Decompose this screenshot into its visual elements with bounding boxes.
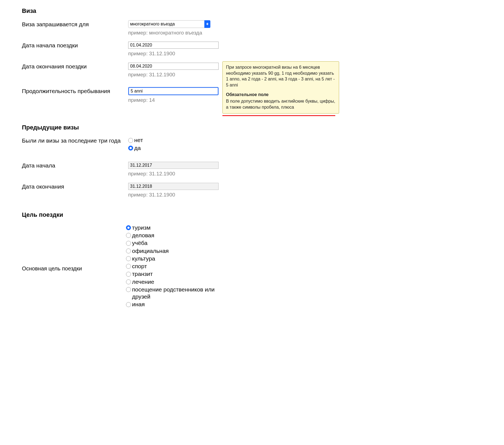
start-date-hint: пример: 31.12.1900 bbox=[128, 50, 219, 57]
purpose-culture-radio[interactable] bbox=[126, 256, 131, 261]
end-date-label: Дата окончания поездки bbox=[22, 62, 128, 70]
prev-end-input[interactable] bbox=[128, 183, 219, 190]
prev-visa-no-label: нет bbox=[134, 137, 143, 144]
prev-start-input[interactable] bbox=[128, 162, 219, 169]
section-prev-title: Предыдущие визы bbox=[22, 124, 340, 131]
prev-question-label: Были ли визы за последние три года bbox=[22, 137, 128, 144]
purpose-study-label: учёба bbox=[132, 239, 147, 247]
purpose-culture-label: культура bbox=[132, 255, 155, 262]
start-date-label: Дата начала поездки bbox=[22, 41, 128, 49]
section-purpose-title: Цель поездки bbox=[22, 211, 340, 219]
tip-required-title: Обязательное поле bbox=[226, 92, 336, 98]
end-date-input[interactable] bbox=[128, 63, 219, 70]
prev-visa-yes-radio[interactable] bbox=[128, 146, 133, 151]
tip-red-rule bbox=[222, 115, 335, 116]
purpose-study-radio[interactable] bbox=[126, 241, 131, 246]
visa-for-label: Виза запрашивается для bbox=[22, 20, 128, 28]
purpose-sport-label: спорт bbox=[132, 263, 147, 270]
purpose-relatives-radio[interactable] bbox=[126, 287, 131, 292]
end-date-hint: пример: 31.12.1900 bbox=[128, 71, 219, 78]
duration-hint: пример: 14 bbox=[128, 97, 219, 103]
tip-paragraph-1: При запросе многократной визы на 6 месяц… bbox=[226, 65, 335, 87]
purpose-business-radio[interactable] bbox=[126, 233, 131, 238]
start-date-input[interactable] bbox=[128, 42, 219, 49]
purpose-medical-label: лечение bbox=[132, 278, 154, 285]
purpose-tourism-radio[interactable] bbox=[126, 225, 131, 230]
purpose-transit-label: транзит bbox=[132, 270, 153, 278]
purpose-medical-radio[interactable] bbox=[126, 279, 131, 284]
purpose-business-label: деловая bbox=[132, 232, 154, 239]
purpose-official-label: официальная bbox=[132, 247, 169, 255]
section-visa-title: Виза bbox=[22, 7, 340, 15]
prev-end-hint: пример: 31.12.1900 bbox=[128, 192, 219, 198]
purpose-tourism-label: туризм bbox=[132, 224, 151, 231]
purpose-label-col: Основная цель поездки bbox=[22, 224, 126, 272]
purpose-official-radio[interactable] bbox=[126, 248, 131, 253]
purpose-other-label: иная bbox=[132, 301, 145, 308]
purpose-relatives-label: посещение родственников или друзей bbox=[132, 286, 225, 300]
purpose-label: Основная цель поездки bbox=[22, 265, 82, 271]
purpose-transit-radio[interactable] bbox=[126, 272, 131, 277]
duration-tip-card: При запросе многократной визы на 6 месяц… bbox=[222, 61, 339, 114]
prev-start-hint: пример: 31.12.1900 bbox=[128, 171, 219, 177]
tip-paragraph-2: В поле допустимо вводить английские букв… bbox=[226, 99, 335, 109]
visa-for-select[interactable]: многократного въезда bbox=[128, 20, 210, 28]
purpose-sport-radio[interactable] bbox=[126, 264, 131, 269]
duration-label: Продолжительность пребывания bbox=[22, 87, 128, 95]
duration-input[interactable] bbox=[128, 87, 219, 95]
purpose-other-radio[interactable] bbox=[126, 302, 131, 307]
prev-visa-yes-label: да bbox=[134, 145, 141, 152]
prev-start-label: Дата начала bbox=[22, 161, 128, 169]
prev-end-label: Дата окончания bbox=[22, 183, 128, 190]
prev-visa-no-radio[interactable] bbox=[128, 138, 133, 143]
visa-for-hint: пример: многократного въезда bbox=[128, 30, 219, 36]
